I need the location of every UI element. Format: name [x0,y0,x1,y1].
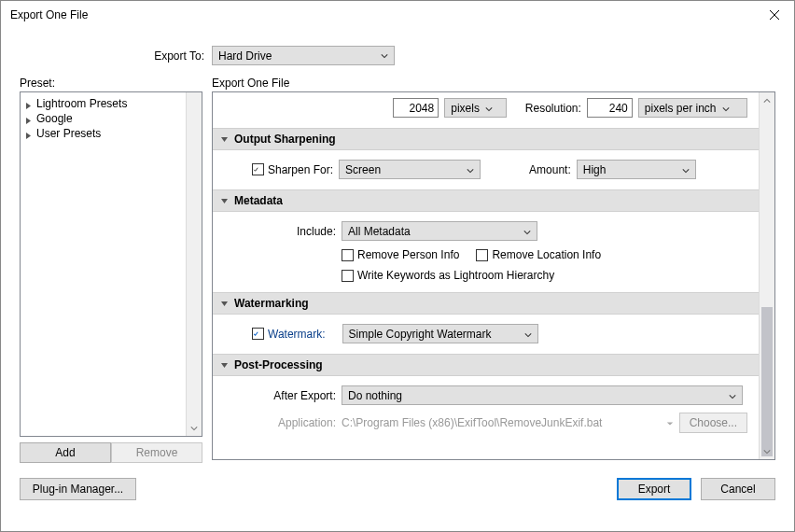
sharpen-for-checkbox[interactable]: Sharpen For: [252,163,333,176]
add-preset-button[interactable]: Add [20,442,111,463]
export-button[interactable]: Export [617,478,691,500]
svg-marker-7 [221,301,228,306]
triangle-down-icon [220,135,229,144]
settings-scrollbar[interactable] [759,92,774,459]
export-to-value: Hard Drive [218,49,381,63]
sharpen-for-value: Screen [345,163,461,176]
remove-location-checkbox[interactable]: Remove Location Info [476,248,601,261]
remove-location-label: Remove Location Info [492,248,601,261]
dropdown-arrow-icon [666,416,674,429]
after-export-label: After Export: [224,389,336,402]
preset-label: Preset: [20,77,202,90]
application-path: C:\Program Files (x86)\ExifTool\RemoveJu… [342,416,661,429]
window-title: Export One File [10,8,755,21]
svg-marker-2 [26,103,31,109]
section-output-sharpening[interactable]: Output Sharpening [213,128,759,150]
remove-person-label: Remove Person Info [357,248,459,261]
svg-marker-9 [666,422,672,425]
watermark-checkbox[interactable]: Watermark: [252,328,326,341]
amount-label: Amount: [529,163,571,176]
preset-item-lightroom[interactable]: Lightroom Presets [22,96,200,111]
chevron-down-icon [523,225,531,238]
application-label: Application: [224,416,336,429]
triangle-down-icon [220,361,229,370]
triangle-right-icon [24,130,33,138]
svg-marker-4 [26,133,31,139]
preset-scrollbar[interactable] [186,92,202,436]
write-keywords-label: Write Keywords as Lightroom Hierarchy [357,269,554,282]
scroll-down-icon [760,443,774,459]
sharpen-for-select[interactable]: Screen [339,160,481,179]
size-unit-value: pixels [451,102,480,115]
preset-item-google[interactable]: Google [22,111,200,126]
chevron-down-icon [485,102,493,115]
resolution-unit-select[interactable]: pixels per inch [638,98,747,118]
watermark-value: Simple Copyright Watermark [349,328,519,341]
close-icon [770,10,779,20]
section-post-processing[interactable]: Post-Processing [213,354,759,376]
amount-value: High [583,163,676,176]
write-keywords-checkbox[interactable]: Write Keywords as Lightroom Hierarchy [342,269,554,282]
section-title: Output Sharpening [234,133,336,146]
sharpen-for-label: Sharpen For: [268,163,333,176]
svg-marker-6 [221,199,228,203]
chevron-down-icon [524,328,532,341]
triangle-right-icon [24,100,33,108]
triangle-down-icon [220,197,229,205]
settings-panel: 2048 pixels Resolution: 240 pixels per i… [212,91,775,460]
triangle-right-icon [24,115,33,123]
chevron-down-icon [722,102,730,115]
remove-preset-button[interactable]: Remove [111,442,202,463]
remove-person-checkbox[interactable]: Remove Person Info [342,248,459,261]
svg-marker-3 [26,118,31,124]
size-unit-select[interactable]: pixels [444,98,507,118]
section-title: Metadata [234,194,283,207]
choose-button[interactable]: Choose... [679,413,747,433]
chevron-down-icon [381,53,388,59]
section-title: Watermarking [234,297,309,310]
settings-title: Export One File [212,77,775,90]
export-to-label: Export To: [20,49,212,63]
watermark-select[interactable]: Simple Copyright Watermark [342,324,538,343]
section-metadata[interactable]: Metadata [213,189,759,212]
close-button[interactable] [755,1,794,29]
include-value: All Metadata [348,225,518,238]
resolution-input[interactable]: 240 [587,98,633,118]
preset-item-label: Google [36,112,73,125]
preset-item-label: User Presets [36,127,101,140]
after-export-value: Do nothing [348,389,723,402]
svg-marker-5 [221,137,228,142]
cancel-button[interactable]: Cancel [701,478,775,500]
scrollbar-thumb[interactable] [761,307,773,456]
size-value-input[interactable]: 2048 [393,98,439,118]
after-export-select[interactable]: Do nothing [342,385,743,405]
triangle-down-icon [220,300,229,308]
chevron-down-icon [682,163,690,176]
preset-listbox[interactable]: Lightroom Presets Google User Presets [20,91,202,437]
preset-item-user[interactable]: User Presets [22,126,200,141]
amount-select[interactable]: High [577,160,696,179]
svg-marker-8 [221,363,228,368]
preset-item-label: Lightroom Presets [36,97,127,110]
plugin-manager-button[interactable]: Plug-in Manager... [20,478,136,500]
chevron-down-icon [467,163,474,176]
scroll-down-icon [187,420,202,436]
include-label: Include: [224,225,336,238]
resolution-label: Resolution: [525,102,581,115]
scroll-up-icon [760,92,774,108]
section-title: Post-Processing [234,358,323,371]
include-select[interactable]: All Metadata [342,221,537,241]
watermark-label: Watermark: [268,328,326,341]
resolution-unit-value: pixels per inch [645,102,717,115]
section-watermarking[interactable]: Watermarking [213,292,759,315]
chevron-down-icon [729,389,736,402]
export-to-select[interactable]: Hard Drive [212,46,395,65]
